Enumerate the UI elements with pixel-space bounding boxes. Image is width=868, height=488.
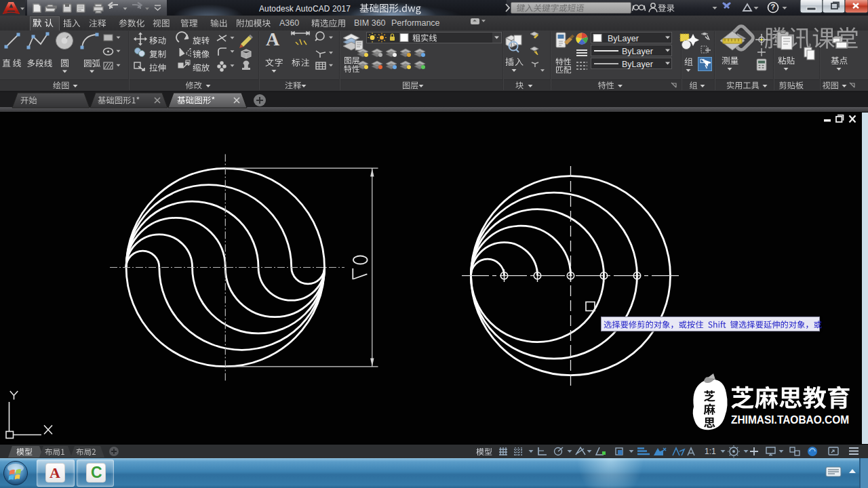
svg-text:1:1: 1:1 [705, 447, 716, 456]
